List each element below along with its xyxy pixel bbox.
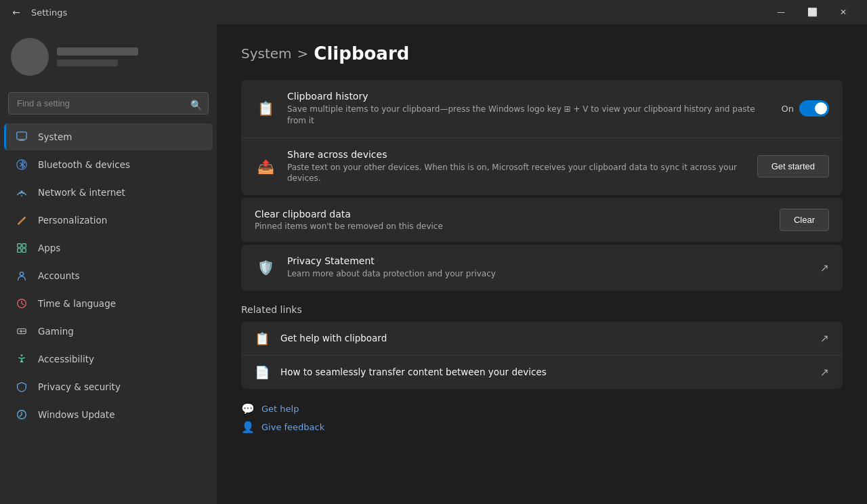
share-devices-text: Share across devices Paste text on your … [287, 149, 746, 185]
sidebar-item-privacy[interactable]: Privacy & security [4, 373, 213, 400]
privacy-statement-desc: Learn more about data protection and you… [287, 268, 809, 280]
sidebar-item-label: Windows Update [38, 409, 114, 420]
clipboard-history-toggle[interactable] [799, 100, 829, 117]
help-clipboard-row[interactable]: 📋 Get help with clipboard ↗ [241, 322, 843, 356]
share-devices-control: Get started [757, 155, 829, 177]
share-devices-desc: Paste text on your other devices. When t… [287, 162, 746, 185]
sidebar-item-accessibility[interactable]: Accessibility [4, 345, 213, 373]
profile-subtitle [57, 60, 118, 66]
privacy-statement-row[interactable]: 🛡️ Privacy Statement Learn more about da… [241, 245, 843, 291]
clear-clipboard-desc: Pinned items won't be removed on this de… [255, 222, 780, 231]
svg-rect-3 [18, 244, 21, 247]
clear-clipboard-title: Clear clipboard data [255, 209, 780, 219]
external-link-icon: ↗ [820, 261, 829, 274]
search-icon: 🔍 [190, 100, 202, 110]
sidebar-item-apps[interactable]: Apps [4, 234, 213, 261]
clipboard-history-icon: 📋 [255, 98, 276, 119]
share-devices-title: Share across devices [287, 149, 746, 160]
svg-rect-0 [17, 132, 26, 140]
gaming-icon [15, 324, 28, 338]
privacy-icon [15, 380, 28, 394]
window-controls: — ⬜ ✕ [765, 0, 859, 24]
clipboard-card: 📋 Clipboard history Save multiple items … [241, 80, 843, 195]
sidebar-item-label: Network & internet [38, 187, 125, 198]
main-layout: 🔍 System Bluetooth & devices Network & i… [0, 24, 867, 504]
related-links-label: Related links [241, 304, 843, 315]
give-feedback-link[interactable]: 👤 Give feedback [241, 421, 843, 434]
sidebar-item-label: Bluetooth & devices [38, 159, 130, 170]
svg-rect-4 [22, 244, 26, 247]
clipboard-history-desc: Save multiple items to your clipboard—pr… [287, 104, 771, 127]
sidebar-item-label: Accounts [38, 270, 80, 281]
bottom-links: 💬 Get help 👤 Give feedback [241, 402, 843, 434]
bluetooth-icon [15, 158, 28, 171]
help-clipboard-icon: 📋 [255, 331, 270, 345]
network-icon [15, 186, 28, 199]
transfer-content-icon: 📄 [255, 365, 270, 379]
titlebar: ← Settings — ⬜ ✕ [0, 0, 867, 24]
get-help-link[interactable]: 💬 Get help [241, 402, 843, 415]
transfer-content-row[interactable]: 📄 How to seamlessly transfer content bet… [241, 356, 843, 389]
profile-info [57, 47, 138, 66]
clipboard-history-row: 📋 Clipboard history Save multiple items … [241, 80, 843, 138]
toggle-label: On [782, 104, 794, 114]
sidebar-item-time[interactable]: Time & language [4, 290, 213, 317]
back-button[interactable]: ← [8, 4, 24, 20]
sidebar-item-label: Accessibility [38, 354, 94, 364]
share-devices-row: 📤 Share across devices Paste text on you… [241, 138, 843, 196]
clipboard-history-title: Clipboard history [287, 91, 771, 102]
update-icon [15, 408, 28, 421]
window-title: Settings [31, 7, 759, 18]
transfer-content-ext-icon: ↗ [820, 366, 829, 379]
nav-list: System Bluetooth & devices Network & int… [0, 123, 217, 429]
maximize-button[interactable]: ⬜ [797, 0, 828, 24]
profile-section [0, 24, 217, 87]
sidebar-item-label: Gaming [38, 326, 74, 337]
sidebar-item-gaming[interactable]: Gaming [4, 318, 213, 345]
sidebar-item-label: Personalization [38, 215, 107, 226]
help-clipboard-text: Get help with clipboard [280, 333, 809, 343]
time-icon [15, 297, 28, 310]
svg-point-10 [23, 331, 24, 332]
give-feedback-icon: 👤 [241, 421, 255, 434]
privacy-statement-text: Privacy Statement Learn more about data … [287, 255, 809, 280]
sidebar-item-label: Privacy & security [38, 381, 121, 392]
get-help-icon: 💬 [241, 402, 255, 415]
clipboard-history-text: Clipboard history Save multiple items to… [287, 91, 771, 127]
give-feedback-label: Give feedback [261, 422, 324, 432]
sidebar: 🔍 System Bluetooth & devices Network & i… [0, 24, 217, 504]
svg-point-7 [20, 272, 23, 276]
breadcrumb-separator: > [297, 45, 309, 62]
search-input[interactable] [8, 92, 209, 114]
svg-point-12 [21, 354, 23, 356]
sidebar-item-update[interactable]: Windows Update [4, 401, 213, 428]
sidebar-item-network[interactable]: Network & internet [4, 179, 213, 206]
sidebar-item-system[interactable]: System [4, 123, 213, 150]
sidebar-item-bluetooth[interactable]: Bluetooth & devices [4, 151, 213, 178]
clear-clipboard-row: Clear clipboard data Pinned items won't … [241, 198, 843, 242]
clipboard-history-control: On [782, 100, 829, 117]
privacy-statement-title: Privacy Statement [287, 255, 809, 266]
search-container: 🔍 [0, 87, 217, 123]
system-icon [15, 130, 28, 144]
sidebar-item-label: Time & language [38, 298, 116, 309]
sidebar-item-personalization[interactable]: Personalization [4, 207, 213, 234]
svg-rect-5 [18, 249, 21, 252]
sidebar-item-accounts[interactable]: Accounts [4, 262, 213, 289]
profile-name [57, 47, 138, 56]
breadcrumb-system[interactable]: System [241, 45, 292, 62]
close-button[interactable]: ✕ [828, 0, 859, 24]
help-clipboard-ext-icon: ↗ [820, 332, 829, 345]
accounts-icon [15, 269, 28, 282]
content-area: System > Clipboard 📋 Clipboard history S… [217, 24, 867, 504]
accessibility-icon [15, 352, 28, 366]
avatar [11, 38, 49, 76]
transfer-content-text: How to seamlessly transfer content betwe… [280, 366, 809, 377]
minimize-button[interactable]: — [765, 0, 797, 24]
clear-button[interactable]: Clear [780, 209, 829, 231]
personalization-icon [15, 213, 28, 227]
breadcrumb: System > Clipboard [241, 43, 843, 64]
share-devices-icon: 📤 [255, 156, 276, 177]
privacy-shield-icon: 🛡️ [255, 257, 276, 278]
get-started-button[interactable]: Get started [757, 155, 829, 177]
